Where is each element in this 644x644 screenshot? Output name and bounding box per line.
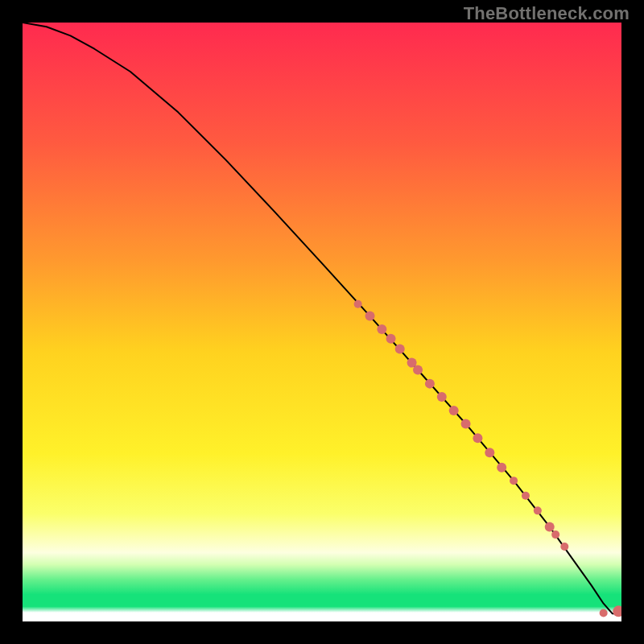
watermark-text: TheBottleneck.com xyxy=(464,3,630,24)
highlight-dot xyxy=(600,609,608,617)
highlight-dot xyxy=(425,379,435,389)
highlight-dot xyxy=(449,406,459,415)
highlight-dot xyxy=(395,344,405,353)
highlight-dot xyxy=(551,530,559,539)
chart-stage: TheBottleneck.com xyxy=(0,0,644,644)
highlight-dot xyxy=(386,334,396,344)
highlight-dot xyxy=(510,477,518,485)
plot-svg xyxy=(23,23,621,621)
highlight-dot xyxy=(522,492,530,500)
plot-area xyxy=(23,23,621,621)
highlight-dot xyxy=(560,543,568,551)
highlight-dot xyxy=(437,392,447,402)
gradient-background xyxy=(23,23,621,621)
highlight-dot xyxy=(461,419,471,428)
highlight-dot xyxy=(377,324,386,334)
highlight-dot xyxy=(365,312,375,321)
highlight-dot xyxy=(485,448,494,457)
highlight-dot xyxy=(534,506,542,514)
highlight-dot xyxy=(413,365,423,375)
highlight-dot xyxy=(473,433,482,443)
highlight-dot xyxy=(354,300,362,308)
highlight-dot xyxy=(545,522,555,531)
highlight-dot xyxy=(497,463,506,473)
